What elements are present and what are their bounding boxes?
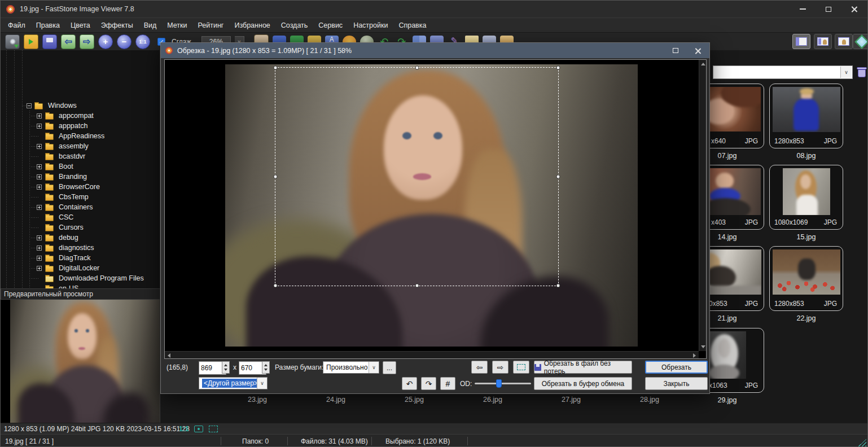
tree-item-AppReadiness[interactable]: AppReadiness [1, 131, 160, 141]
tree-item-bcastdvr[interactable]: bcastdvr [1, 151, 160, 161]
open-folder-icon[interactable] [24, 34, 38, 49]
dialog-close-action-button[interactable]: Закрыть [645, 377, 708, 390]
preview-photo[interactable] [10, 300, 160, 423]
expand-toggle-icon[interactable] [37, 124, 42, 129]
tree-item-Branding[interactable]: Branding [1, 172, 160, 182]
menu-item-7[interactable]: Избранное [234, 21, 270, 29]
tree-item-Windows[interactable]: Windows [1, 100, 160, 111]
file-label-24.jpg[interactable]: 24.jpg [326, 396, 345, 404]
crop-handle-e[interactable] [556, 175, 560, 179]
crop-handle-sw[interactable] [274, 284, 278, 288]
tree-item-diagnostics[interactable]: diagnostics [1, 243, 160, 253]
menu-item-6[interactable]: Рейтинг [198, 21, 224, 29]
tree-item-en-US[interactable]: en-US [1, 283, 160, 288]
crop-height-stepper[interactable] [262, 361, 270, 374]
fit-selection-icon[interactable] [209, 426, 218, 432]
expand-toggle-icon[interactable] [37, 144, 42, 149]
scroll-up-icon[interactable] [701, 63, 705, 65]
dialog-title-bar[interactable]: Обрезка - 19.jpg (1280 x 853 = 1.09MP) [… [161, 43, 709, 58]
save-icon[interactable] [42, 34, 57, 49]
fullscreen-button[interactable] [853, 34, 868, 49]
file-label-27.jpg[interactable]: 27.jpg [562, 396, 581, 404]
menu-item-10[interactable]: Настройки [353, 21, 388, 29]
pan-tool-icon[interactable] [194, 426, 203, 432]
od-slider-track[interactable] [475, 383, 531, 384]
rotate-left-button[interactable]: ↶ [402, 377, 417, 390]
paper-dropdown-icon[interactable]: ∨ [369, 362, 379, 373]
thumbnail-22.jpg[interactable]: 1280x853JPG22.jpg [769, 246, 843, 311]
menu-item-9[interactable]: Сервис [318, 21, 343, 29]
tree-item-Boot[interactable]: Boot [1, 161, 160, 172]
od-slider-thumb[interactable] [496, 379, 502, 388]
expand-toggle-icon[interactable] [37, 185, 42, 190]
dialog-maximize-button[interactable] [664, 43, 687, 58]
previous-image-icon[interactable]: ⇦ [61, 34, 76, 49]
tree-item-appcompat[interactable]: appcompat [1, 111, 160, 121]
crop-to-clipboard-button[interactable]: Обрезать в буфер обмена [534, 377, 632, 390]
crop-selection[interactable] [275, 67, 559, 286]
crop-handle-w[interactable] [274, 175, 278, 179]
tree-item-DiagTrack[interactable]: DiagTrack [1, 253, 160, 263]
path-combobox[interactable]: ∨ [713, 65, 853, 79]
tree-item-assembly[interactable]: assembly [1, 141, 160, 151]
scroll-down-icon[interactable] [701, 345, 705, 348]
paper-size-combobox[interactable]: Произвольно ∨ [323, 361, 379, 374]
menu-item-0[interactable]: Файл [8, 21, 25, 29]
tree-item-CSC[interactable]: CSC [1, 212, 160, 222]
menu-item-2[interactable]: Цвета [71, 21, 90, 29]
crop-width-stepper[interactable] [222, 361, 230, 374]
crop-handle-ne[interactable] [556, 66, 560, 70]
minimize-button[interactable] [790, 1, 816, 17]
tree-item-BrowserCore[interactable]: BrowserCore [1, 182, 160, 192]
dialog-close-button[interactable] [687, 43, 709, 58]
menu-item-3[interactable]: Эффекты [101, 21, 133, 29]
menu-item-4[interactable]: Вид [144, 21, 157, 29]
delete-trash-icon[interactable] [856, 66, 867, 78]
close-button[interactable] [841, 1, 867, 17]
maximize-button[interactable] [816, 1, 841, 17]
menu-item-8[interactable]: Создать [281, 21, 308, 29]
next-image-button[interactable]: ⇨ [492, 361, 508, 374]
file-label-26.jpg[interactable]: 26.jpg [483, 396, 502, 404]
view-split-button[interactable] [814, 34, 832, 49]
menu-item-5[interactable]: Метки [167, 21, 187, 29]
rotate-right-button[interactable]: ↷ [421, 377, 436, 390]
crop-handle-nw[interactable] [274, 66, 278, 70]
tree-item-Cursors[interactable]: Cursors [1, 222, 160, 233]
preset-dropdown-icon[interactable]: ∨ [257, 378, 267, 389]
crop-handle-s[interactable] [415, 284, 419, 288]
expand-toggle-icon[interactable] [37, 246, 42, 251]
tree-item-Downloaded Program Files[interactable]: Downloaded Program Files [1, 273, 160, 283]
scroll-left-icon[interactable] [168, 353, 170, 358]
scroll-right-icon[interactable] [693, 353, 696, 358]
lossless-crop-button[interactable]: Обрезать в файл без потерь [534, 361, 632, 374]
crop-button[interactable]: Обрезать [645, 361, 708, 374]
tree-item-CbsTemp[interactable]: CbsTemp [1, 192, 160, 202]
file-label-23.jpg[interactable]: 23.jpg [248, 396, 267, 404]
menu-item-11[interactable]: Справка [398, 21, 426, 29]
expand-toggle-icon[interactable] [37, 235, 42, 240]
tree-item-Containers[interactable]: Containers [1, 202, 160, 212]
vertical-scrollbar[interactable] [699, 60, 706, 351]
prev-image-button[interactable]: ⇦ [471, 361, 488, 374]
crop-canvas[interactable] [164, 59, 707, 359]
menu-item-1[interactable]: Правка [36, 21, 60, 29]
expand-toggle-icon[interactable] [37, 174, 42, 179]
expand-toggle-icon[interactable] [37, 205, 42, 210]
next-image-icon[interactable]: ⇨ [80, 34, 94, 49]
file-label-28.jpg[interactable]: 28.jpg [640, 396, 659, 404]
maximize-selection-button[interactable] [513, 361, 529, 374]
grid-overlay-button[interactable]: # [440, 377, 455, 390]
expand-toggle-icon[interactable] [37, 164, 42, 169]
view-image-button[interactable] [835, 34, 853, 49]
tree-item-DigitalLocker[interactable]: DigitalLocker [1, 263, 160, 273]
view-browser-button[interactable] [792, 34, 810, 49]
crop-handle-n[interactable] [415, 66, 419, 70]
thumbnail-15.jpg[interactable]: 1080x1069JPG15.jpg [769, 165, 843, 230]
expand-toggle-icon[interactable] [37, 266, 42, 271]
expand-toggle-icon[interactable] [37, 113, 42, 119]
zoom-in-icon[interactable]: + [98, 34, 113, 49]
horizontal-scrollbar[interactable] [165, 351, 699, 358]
resize-grip[interactable] [858, 439, 866, 446]
collapse-toggle-icon[interactable] [27, 103, 32, 108]
